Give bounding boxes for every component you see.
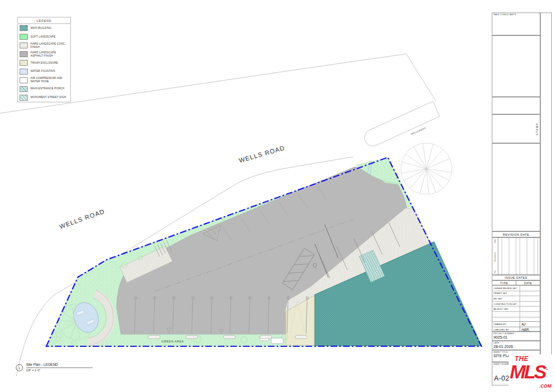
consultants-box: MAIN CONSULTANTS [492, 13, 540, 35]
issue-row-empty [492, 311, 540, 317]
revision-empty-cells [498, 238, 540, 274]
legend-swatch-hard-landscape-conc [20, 42, 28, 48]
stamp-label: STAMP [535, 122, 539, 135]
date-box: DATE 28-01-2026 [492, 341, 540, 350]
legend-swatch-trash-enclosure [20, 60, 28, 66]
legend-item-trash-enclosure: TRASH ENCLOSURE [18, 59, 70, 68]
spacer-box [492, 97, 540, 114]
title-block: MAIN CONSULTANTS STAMP EV CHARGING STATI… [492, 13, 552, 385]
legend-swatch-air-compressor [20, 77, 28, 83]
mls-logo-tm: ™ [545, 369, 547, 372]
viewport-annotation: 1 Site Plan - LEGEND 1/8" = 1'-0" [16, 363, 93, 372]
drawn-by-value: AJ [520, 322, 540, 327]
legend-swatch-monument-street-sign [20, 95, 28, 101]
revision-header: REVISION DATE [492, 231, 540, 237]
mls-logo: THE MLS™ .COM [509, 354, 552, 389]
issue-row: PERMIT SET [492, 291, 540, 296]
palm-tree-symbol [401, 143, 452, 194]
legend-swatch-water-fountain [20, 69, 28, 75]
stamp-side-column [540, 13, 552, 385]
project-number-value: 9025-01 [492, 335, 540, 339]
issue-type-col: TYPE [492, 281, 516, 285]
stamp-box: STAMP [492, 114, 540, 143]
legend-swatch-soft-landscape [20, 34, 28, 40]
legend-swatch-main-building [20, 25, 28, 31]
issue-row: OWNER REVIEW SET [492, 285, 540, 291]
legend-title: LEGEND [18, 17, 70, 24]
consultants-empty-box [492, 35, 540, 97]
viewport-number-bubble: 1 [16, 364, 23, 371]
site-plan-canvas: WELLS ROAD WELLS ROAD WALKAWAY GREEN ARE… [0, 0, 555, 392]
mls-logo-mls: MLS™ [510, 362, 552, 381]
drawn-by-label: DRAWN BY [492, 322, 520, 327]
issue-date-col: DATE [516, 281, 540, 285]
revision-col-no: No. [494, 270, 496, 273]
issue-dates-colheads: TYPE DATE [492, 280, 540, 285]
legend-item-hard-landscape-conc: HARD LANDSCAPE CONC. FINISH [18, 41, 70, 50]
air-compressor [271, 338, 283, 344]
viewport-title: Site Plan - LEGEND [26, 363, 93, 368]
legend-panel: LEGEND MAIN BUILDING SOFT LANDSCAPE HARD… [17, 17, 71, 102]
issue-dates-header: ISSUE DATES [492, 275, 540, 280]
consultants-label: MAIN CONSULTANTS [492, 13, 540, 16]
issue-dates-rows: OWNER REVIEW SET PERMIT SET BID SET CONS… [492, 285, 540, 322]
viewport-scale: 1/8" = 1'-0" [26, 369, 93, 372]
mls-logo-com: .COM [539, 384, 551, 389]
project-number-box: PROJECT NUMBER 9025-01 [492, 332, 540, 341]
legend-item-main-entrance-porch: MAIN ENTRANCE PORCH [18, 84, 70, 93]
revision-col-description: Description [494, 252, 496, 262]
revision-col-date: Date [494, 239, 496, 243]
issue-row: BID SET [492, 296, 540, 301]
green-area-label: GREEN AREA [161, 340, 184, 343]
issue-row: CONSTRUCTION SET [492, 301, 540, 307]
wells-road-label-lower: WELLS ROAD [58, 208, 105, 230]
legend-item-soft-landscape: SOFT LANDSCAPE [18, 33, 70, 41]
sheet-number-value: A-02 [494, 375, 509, 382]
drawn-checked-box: DRAWN BY AJ CHECKED BY HAR. [492, 322, 540, 332]
project-title-box: EV CHARGING STATION 1151 S. WELLS ROAD V… [492, 143, 540, 231]
legend-swatch-main-entrance-porch [20, 86, 28, 92]
wells-road-label-upper: WELLS ROAD [238, 144, 285, 164]
issue-row: AS BUILT SET [492, 306, 540, 311]
legend-item-water-fountain: WATER FOUNTAIN [18, 67, 70, 76]
revision-grid: Date Description No. [492, 237, 540, 275]
legend-item-main-building: MAIN BUILDING [18, 24, 70, 33]
legend-swatch-hard-landscape-asphalt [20, 51, 28, 57]
walkway-strip [364, 101, 440, 146]
legend-item-monument-street-sign: MONUMENT STREET SIGN [18, 93, 70, 102]
issue-row-empty [492, 317, 540, 322]
sheet: { "legend": { "title": "LEGEND", "items"… [0, 0, 555, 392]
date-value: 28-01-2026 [492, 344, 540, 348]
legend-item-air-compressor: AIR COMPRESSOR AND WATER HOSE [18, 76, 70, 84]
legend-item-hard-landscape-asphalt: HARD LANDSCAPE ASPHALT FINISH [18, 50, 70, 59]
